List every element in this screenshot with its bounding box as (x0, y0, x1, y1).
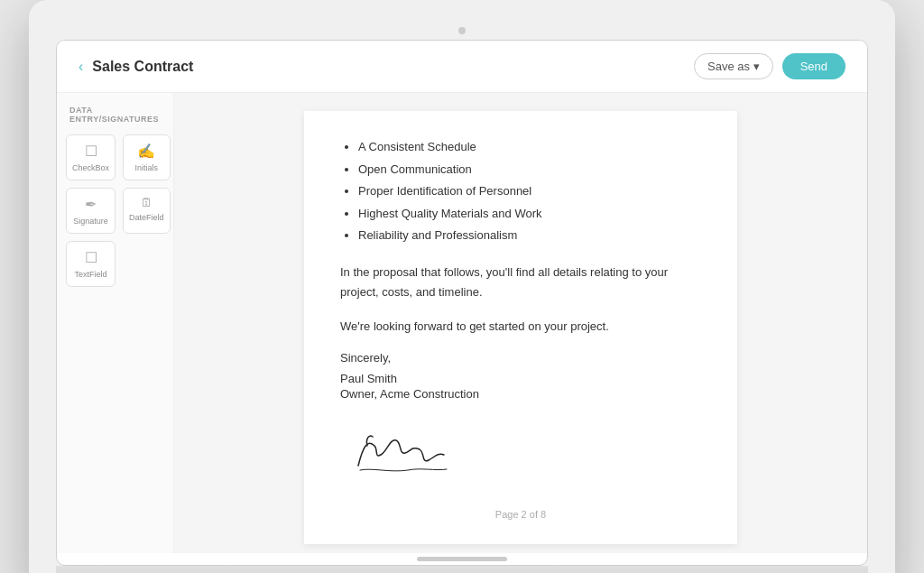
top-bar-left: ‹ Sales Contract (79, 59, 193, 75)
save-as-button[interactable]: Save as ▾ (694, 53, 773, 79)
sidebar-item-initials[interactable]: ✍ Initials (123, 134, 171, 180)
closing: Sincerely, (340, 351, 701, 365)
sidebar-item-datefield[interactable]: 🗓 DateField (123, 188, 171, 234)
textfield-label: TextField (75, 270, 107, 279)
page-title: Sales Contract (92, 59, 193, 75)
document-page: A Consistent Schedule Open Communication… (304, 111, 737, 544)
signature-label: Signature (73, 217, 108, 226)
back-button[interactable]: ‹ (79, 59, 83, 75)
datefield-label: DateField (129, 213, 164, 222)
bullet-item-4: Reliability and Professionalism (358, 226, 701, 245)
laptop-frame: ‹ Sales Contract Save as ▾ Send DATA ENT… (29, 0, 895, 573)
sidebar-item-checkbox[interactable]: ☐ CheckBox (66, 134, 116, 180)
laptop-camera (458, 27, 466, 34)
laptop-bottom (56, 566, 868, 573)
signature-area (340, 419, 701, 482)
sidebar-grid: ☐ CheckBox ✍ Initials ✒ Signature 🗓 Date… (66, 134, 164, 287)
initials-icon: ✍ (137, 143, 155, 160)
paragraph-1: In the proposal that follows, you'll fin… (340, 263, 701, 302)
document-area: A Consistent Schedule Open Communication… (174, 93, 867, 553)
textfield-icon: ☐ (85, 249, 97, 266)
bullet-item-1: Open Communication (358, 161, 701, 179)
sidebar: DATA ENTRY/SIGNATURES ☐ CheckBox ✍ Initi… (57, 93, 174, 553)
send-button[interactable]: Send (782, 53, 845, 79)
sidebar-section-label: DATA ENTRY/SIGNATURES (66, 106, 164, 124)
checkbox-icon: ☐ (85, 143, 97, 160)
scrollbar-area (57, 553, 867, 565)
main-content: DATA ENTRY/SIGNATURES ☐ CheckBox ✍ Initi… (57, 93, 867, 553)
initials-label: Initials (135, 163, 159, 172)
bullet-item-0: A Consistent Schedule (358, 138, 701, 156)
bullet-list: A Consistent Schedule Open Communication… (340, 138, 701, 245)
signature-image (340, 421, 467, 479)
datefield-icon: 🗓 (141, 196, 152, 209)
bullet-item-2: Proper Identification of Personnel (358, 182, 701, 200)
top-bar: ‹ Sales Contract Save as ▾ Send (57, 41, 867, 93)
laptop-screen: ‹ Sales Contract Save as ▾ Send DATA ENT… (56, 40, 868, 566)
top-bar-right: Save as ▾ Send (694, 53, 845, 79)
signer-title: Owner, Acme Construction (340, 387, 701, 401)
signature-icon: ✒ (85, 196, 97, 213)
scrollbar-thumb[interactable] (417, 557, 507, 561)
page-indicator: Page 2 of 8 (340, 509, 701, 520)
bullet-item-3: Highest Quality Materials and Work (358, 205, 701, 223)
checkbox-label: CheckBox (72, 163, 109, 172)
sidebar-item-signature[interactable]: ✒ Signature (66, 188, 116, 234)
signer-name: Paul Smith (340, 372, 701, 385)
sidebar-item-textfield[interactable]: ☐ TextField (66, 241, 116, 287)
paragraph-2: We're looking forward to get started on … (340, 317, 701, 337)
